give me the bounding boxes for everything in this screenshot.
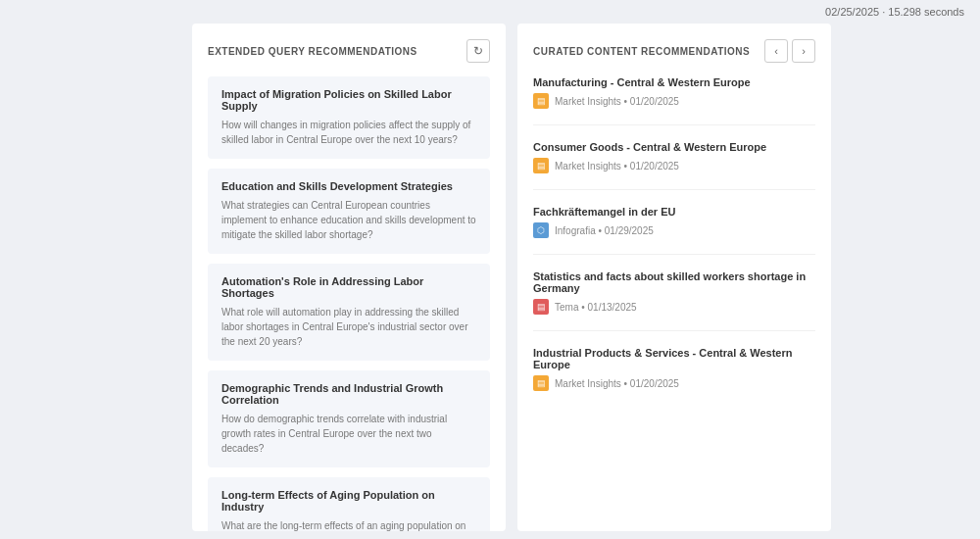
content-item-source-date: Market Insights • 01/20/2025 <box>555 96 679 107</box>
query-card[interactable]: Education and Skills Development Strateg… <box>208 169 490 254</box>
content-item-meta: ▤Market Insights • 01/20/2025 <box>533 375 815 391</box>
refresh-button[interactable]: ↻ <box>466 39 490 63</box>
content-item-meta: ▤Market Insights • 01/20/2025 <box>533 93 815 109</box>
market-icon: ▤ <box>533 93 549 109</box>
query-card-title: Long-term Effects of Aging Population on… <box>221 489 476 513</box>
content-item-source-date: Infografia • 01/29/2025 <box>555 225 654 236</box>
query-card-title: Impact of Migration Policies on Skilled … <box>221 88 476 112</box>
content-item-source-date: Tema • 01/13/2025 <box>555 302 637 313</box>
left-panel: EXTENDED QUERY RECOMMENDATIONS ↻ Impact … <box>192 24 506 531</box>
left-panel-header: EXTENDED QUERY RECOMMENDATIONS ↻ <box>208 39 490 63</box>
market-icon: ▤ <box>533 158 549 173</box>
content-item[interactable]: Fachkräftemangel in der EU⬡Infografia • … <box>533 206 815 255</box>
query-card[interactable]: Automation's Role in Addressing Labor Sh… <box>208 264 490 361</box>
content-item-title: Statistics and facts about skilled worke… <box>533 270 815 294</box>
nav-buttons: ‹ › <box>764 39 815 63</box>
query-card-desc: What are the long-term effects of an agi… <box>221 518 476 531</box>
timestamp: 02/25/2025 · 15.298 seconds <box>825 6 964 18</box>
query-card-desc: What strategies can Central European cou… <box>221 198 476 242</box>
query-card-title: Automation's Role in Addressing Labor Sh… <box>221 275 476 299</box>
tema-icon: ▤ <box>533 299 549 315</box>
content-item-source-date: Market Insights • 01/20/2025 <box>555 378 679 389</box>
content-item[interactable]: Statistics and facts about skilled worke… <box>533 270 815 331</box>
query-list: Impact of Migration Policies on Skilled … <box>208 76 490 531</box>
right-panel: CURATED CONTENT RECOMMENDATIONS ‹ › Manu… <box>517 24 831 531</box>
query-card[interactable]: Long-term Effects of Aging Population on… <box>208 477 490 531</box>
next-button[interactable]: › <box>792 39 815 63</box>
content-item-title: Manufacturing - Central & Western Europe <box>533 76 815 88</box>
content-list: Manufacturing - Central & Western Europe… <box>533 76 815 407</box>
left-panel-title: EXTENDED QUERY RECOMMENDATIONS <box>208 46 417 57</box>
query-card-desc: How do demographic trends correlate with… <box>221 412 476 456</box>
content-item[interactable]: Industrial Products & Services - Central… <box>533 347 815 407</box>
query-card-title: Education and Skills Development Strateg… <box>221 180 476 192</box>
left-sidebar <box>16 24 192 531</box>
content-item[interactable]: Manufacturing - Central & Western Europe… <box>533 76 815 125</box>
right-panel-title: CURATED CONTENT RECOMMENDATIONS <box>533 46 750 57</box>
content-item-title: Industrial Products & Services - Central… <box>533 347 815 370</box>
query-card[interactable]: Impact of Migration Policies on Skilled … <box>208 76 490 159</box>
content-item-meta: ▤Tema • 01/13/2025 <box>533 299 815 315</box>
prev-button[interactable]: ‹ <box>764 39 788 63</box>
content-item-title: Fachkräftemangel in der EU <box>533 206 815 218</box>
content-item[interactable]: Consumer Goods - Central & Western Europ… <box>533 141 815 190</box>
query-card-title: Demographic Trends and Industrial Growth… <box>221 382 476 406</box>
query-card-desc: How will changes in migration policies a… <box>221 118 476 147</box>
query-card[interactable]: Demographic Trends and Industrial Growth… <box>208 370 490 467</box>
infografia-icon: ⬡ <box>533 222 549 238</box>
content-item-meta: ⬡Infografia • 01/29/2025 <box>533 222 815 238</box>
market-icon: ▤ <box>533 375 549 391</box>
content-item-title: Consumer Goods - Central & Western Europ… <box>533 141 815 153</box>
content-item-source-date: Market Insights • 01/20/2025 <box>555 161 679 172</box>
query-card-desc: What role will automation play in addres… <box>221 305 476 349</box>
content-item-meta: ▤Market Insights • 01/20/2025 <box>533 158 815 173</box>
right-panel-header: CURATED CONTENT RECOMMENDATIONS ‹ › <box>533 39 815 63</box>
